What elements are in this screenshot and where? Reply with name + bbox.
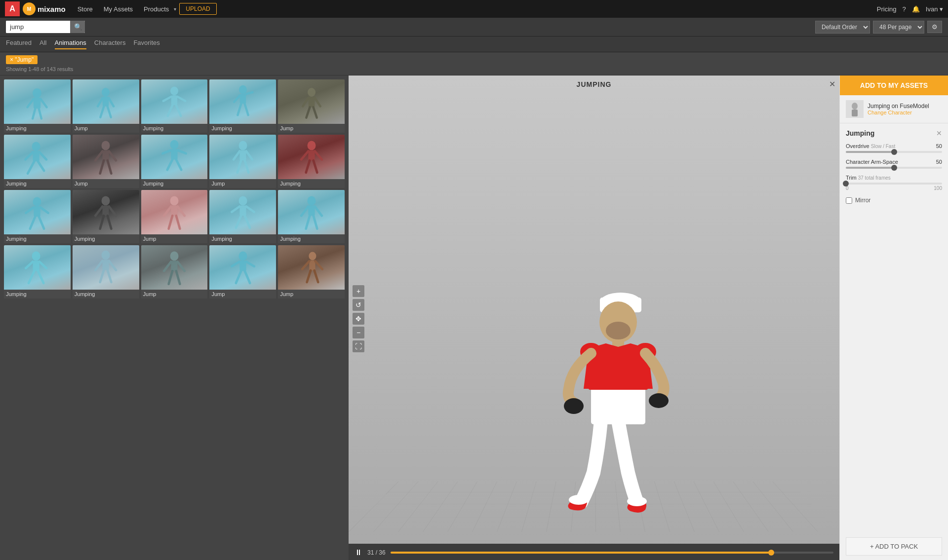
sort-order-select[interactable]: Default Order [815,21,870,34]
asset-card-5[interactable]: Jump [278,79,345,133]
svg-line-10 [101,106,104,117]
add-to-my-assets-button[interactable]: ADD TO MY ASSETS [840,75,948,95]
svg-line-39 [109,151,116,160]
svg-point-18 [239,85,247,94]
asset-card-18[interactable]: Jump [141,245,208,299]
overdrive-value: 50 [936,143,942,149]
mixamo-logo: M mixamo [23,2,66,15]
notifications-icon[interactable]: 🔔 [912,5,920,13]
svg-line-118 [307,270,311,282]
asset-card-14[interactable]: Jumping [209,190,276,243]
trim-thumb[interactable] [843,181,849,187]
3d-viewport[interactable]: JUMPING ✕ [349,75,839,560]
asset-card-16[interactable]: Jumping [4,245,71,299]
svg-line-32 [26,152,33,159]
asset-card-4[interactable]: Jumping [209,79,276,133]
asset-card-19[interactable]: Jump [209,245,276,299]
overdrive-thumb[interactable] [891,149,897,155]
asset-card-15[interactable]: Jumping [278,190,345,243]
3d-viewer-container: JUMPING ✕ [349,75,839,560]
per-page-select[interactable]: 48 Per page [873,21,924,34]
asset-card-17[interactable]: Jumping [73,245,139,299]
results-count: Showing 1-48 of 143 results [6,66,942,72]
change-character-link[interactable]: Change Character [868,110,929,115]
arm-space-thumb[interactable] [891,165,897,171]
svg-line-50 [234,151,239,159]
svg-line-94 [29,271,34,283]
svg-line-38 [95,151,102,160]
asset-label-12: Jumping [73,234,139,243]
svg-line-104 [164,261,171,271]
tab-favorites[interactable]: Favorites [133,39,159,49]
my-assets-nav-link[interactable]: My Assets [100,5,137,13]
progress-thumb[interactable] [768,550,774,556]
tab-featured[interactable]: Featured [6,39,32,49]
svg-rect-135 [852,110,858,116]
asset-card-2[interactable]: Jump [73,79,139,133]
svg-line-8 [98,98,103,107]
asset-label-7: Jump [73,179,139,188]
svg-point-128 [649,393,669,408]
trim-slider[interactable] [846,183,942,185]
user-menu[interactable]: Ivan ▾ [926,5,943,13]
filter-tag-label: × "Jump" [10,56,34,63]
overdrive-slider[interactable] [846,151,942,153]
pause-button[interactable]: ⏸ [355,548,362,557]
asset-card-10[interactable]: Jumping [278,135,345,188]
svg-point-48 [238,141,247,150]
asset-card-3[interactable]: Jumping [141,79,208,133]
add-to-pack-button[interactable]: + ADD TO PACK [846,537,942,556]
help-icon[interactable]: ? [903,5,906,13]
asset-card-20[interactable]: Jump [278,245,345,299]
tab-all[interactable]: All [40,39,46,49]
pricing-link[interactable]: Pricing [877,5,897,13]
products-nav-label[interactable]: Products [140,5,173,13]
asset-thumb-16 [4,245,71,290]
svg-point-131 [569,495,589,505]
sort-controls: Default Order 48 Per page ⚙ [815,21,942,34]
animation-close-icon[interactable]: ✕ [936,129,942,137]
asset-thumb-5 [278,79,345,124]
search-button[interactable]: 🔍 [70,21,85,33]
products-nav-dropdown[interactable]: Products ▾ [140,5,176,13]
products-chevron-icon: ▾ [174,6,176,12]
viewer-close-button[interactable]: ✕ [829,79,835,89]
move-button[interactable]: ✥ [353,313,364,325]
zoom-in-button[interactable]: + [353,285,364,297]
zoom-out-button[interactable]: − [353,327,364,338]
svg-point-132 [627,496,647,506]
arm-space-slider[interactable] [846,167,942,169]
asset-label-11: Jumping [4,234,71,243]
asset-card-6[interactable]: Jumping [4,135,71,188]
reset-view-button[interactable]: ↺ [353,299,364,311]
asset-card-11[interactable]: Jumping [4,190,71,243]
filter-tag-jump[interactable]: × "Jump" [6,55,38,64]
asset-card-13[interactable]: Jump [141,190,208,243]
svg-point-123 [606,322,631,339]
asset-thumb-8 [141,135,208,179]
store-nav-link[interactable]: Store [74,5,97,13]
svg-line-93 [40,261,46,268]
character-name: Jumping on FuseModel [868,103,929,110]
svg-line-21 [246,92,252,94]
svg-line-99 [109,261,116,270]
asset-label-14: Jumping [209,234,276,243]
fullscreen-button[interactable]: ⛶ [353,340,364,352]
mirror-checkbox[interactable] [846,197,852,204]
animation-settings: Jumping ✕ Overdrive Slow / Fast 50 Chara… [840,123,948,531]
asset-card-9[interactable]: Jump [209,135,276,188]
progress-bar[interactable] [391,552,833,554]
svg-point-30 [32,142,40,151]
tab-characters[interactable]: Characters [94,39,126,49]
asset-card-7[interactable]: Jump [73,135,139,188]
asset-card-8[interactable]: Jumping [141,135,208,188]
asset-thumb-20 [278,245,345,290]
settings-button[interactable]: ⚙ [927,21,942,33]
tab-animations[interactable]: Animations [55,39,86,49]
upload-button[interactable]: UPLOAD [179,3,216,15]
search-input[interactable] [6,21,70,33]
asset-thumb-3 [141,79,208,124]
asset-card-1[interactable]: Jumping [4,79,71,133]
asset-card-12[interactable]: Jumping [73,190,139,243]
asset-label-17: Jumping [73,290,139,299]
